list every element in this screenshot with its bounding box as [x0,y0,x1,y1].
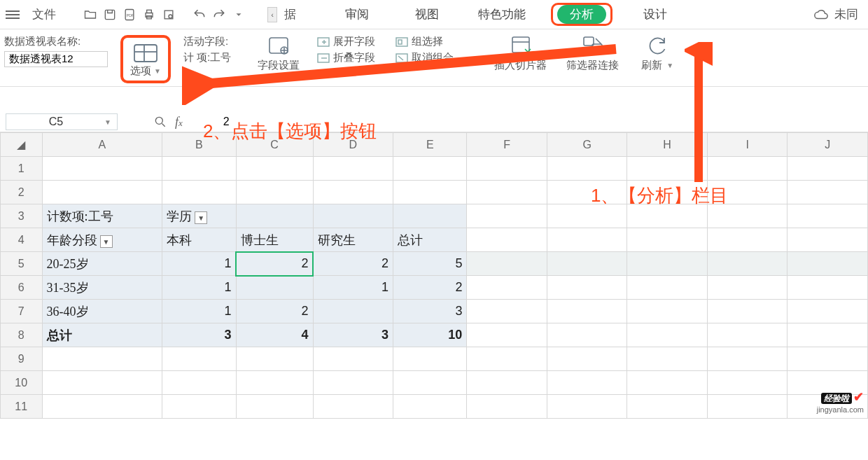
col-header[interactable]: F [467,133,547,157]
row-header[interactable]: 9 [1,347,43,371]
pivot-row-label[interactable]: 31-35岁 [42,276,162,300]
redo-icon[interactable] [211,7,227,22]
pivot-value[interactable] [236,276,313,300]
col-header[interactable]: J [788,133,868,157]
row-header[interactable]: 8 [1,323,43,347]
pivot-col-label[interactable]: 本科 [162,228,236,252]
pivot-value[interactable]: 2 [393,276,467,300]
filter-dropdown-icon[interactable]: ▼ [195,211,207,224]
row-header[interactable]: 7 [1,300,43,323]
name-box-value: C5 [12,116,100,128]
col-header[interactable]: H [627,133,708,157]
pivot-value[interactable]: 2 [236,300,313,323]
chevron-down-icon[interactable]: ▼ [104,118,111,126]
pivot-value[interactable]: 1 [162,276,236,300]
col-header[interactable]: C [236,133,313,157]
row-header[interactable]: 1 [1,157,43,181]
pivot-name-label: 数据透视表名称: [4,35,80,48]
pivot-col-label[interactable]: 总计 [393,228,467,252]
undo-icon[interactable] [192,7,207,22]
filter-dropdown-icon[interactable]: ▼ [100,235,113,248]
print-icon[interactable] [141,7,157,22]
save-icon[interactable] [102,7,118,22]
pivot-value[interactable]: 5 [393,252,467,276]
pivot-field-label[interactable]: 计数项:工号 [42,204,162,228]
expand-field-button[interactable]: 展开字段 [316,35,375,48]
pivot-col-field[interactable]: 学历▼ [162,204,236,228]
row-header[interactable]: 11 [1,395,43,419]
menu-icon[interactable] [6,11,20,19]
tab-view[interactable]: 视图 [407,4,447,25]
row-header[interactable]: 4 [1,228,43,252]
dropdown-icon[interactable] [231,7,246,22]
formula-bar: C5 ▼ fx [0,111,868,132]
pivot-value[interactable]: 2 [313,252,393,276]
col-header[interactable]: I [707,133,788,157]
col-header[interactable]: A [42,133,162,157]
watermark-brand: 经验啦 [821,393,852,404]
group-group: 组选择 取消组合 [395,35,454,64]
options-icon[interactable] [132,42,160,64]
check-icon: ✔ [853,390,864,404]
pivot-total-label[interactable]: 总计 [42,323,162,347]
sync-status: 未同 [830,4,862,25]
group-select-button[interactable]: 组选择 [395,35,443,48]
pivot-row-label[interactable]: 20-25岁 [42,252,162,276]
pivot-value[interactable]: 3 [393,300,467,323]
open-icon[interactable] [83,7,98,22]
pivot-row-field[interactable]: 年龄分段▼ [42,228,162,252]
pivot-value[interactable]: 1 [313,276,393,300]
column-header-row: ◢ A B C D E F G H I J [1,133,868,157]
row-header[interactable]: 5 [1,252,43,276]
pivot-col-label[interactable]: 博士生 [236,228,313,252]
pivot-row-label[interactable]: 36-40岁 [42,300,162,323]
collapse-ribbon-icon[interactable]: ‹ [267,7,277,22]
collapse-field-button[interactable]: 折叠字段 [316,51,375,64]
insert-slicer-button[interactable]: 插入切片器 [494,35,547,72]
ribbon: 数据透视表名称: 选项 ▼ 活动字段: 计 项:工号 字段设置 展开字段 折叠字… [0,29,868,87]
slicer-icon [510,35,532,56]
fx-icon[interactable]: fx [175,115,183,130]
ungroup-button[interactable]: 取消组合 [395,51,454,64]
row-header[interactable]: 3 [1,204,43,228]
tab-analysis-highlight: 分析 [551,3,612,26]
svg-rect-17 [396,54,407,62]
options-button[interactable]: 选项 ▼ [130,64,161,78]
pivot-total[interactable]: 3 [313,323,393,347]
pivot-value[interactable]: 1 [162,300,236,323]
pivot-col-label[interactable]: 研究生 [313,228,393,252]
tab-design[interactable]: 设计 [635,4,676,25]
pivot-value[interactable] [313,300,393,323]
row-header[interactable]: 6 [1,276,43,300]
tab-review[interactable]: 审阅 [337,4,377,25]
formula-input[interactable] [218,114,862,130]
tab-data-suffix[interactable]: 据 [280,4,300,25]
pivot-total[interactable]: 10 [393,323,467,347]
col-header[interactable]: B [162,133,236,157]
refresh-button[interactable]: 刷新▼ [641,35,673,72]
print-preview-icon[interactable] [161,7,176,22]
filter-connections-button[interactable]: 筛选器连接 [566,35,619,72]
pivot-total[interactable]: 3 [162,323,236,347]
pivot-total[interactable]: 4 [236,323,313,347]
spreadsheet-grid[interactable]: ◢ A B C D E F G H I J 1 2 3 计数项:工号 学历▼ 4… [0,132,868,419]
col-header[interactable]: E [393,133,467,157]
pdf-icon[interactable]: PDF [122,7,137,22]
select-all-corner[interactable]: ◢ [1,133,43,157]
pivot-value[interactable]: 1 [162,252,236,276]
cloud-icon[interactable] [813,7,829,22]
tab-analysis[interactable]: 分析 [557,5,606,24]
name-box[interactable]: C5 ▼ [6,113,118,130]
row-header[interactable]: 10 [1,371,43,395]
col-header[interactable]: G [547,133,627,157]
tab-special[interactable]: 特色功能 [470,4,534,25]
file-tab[interactable]: 文件 [28,4,60,25]
svg-rect-8 [134,45,157,62]
col-header[interactable]: D [313,133,393,157]
active-cell[interactable]: 2 [236,252,313,276]
field-settings-group[interactable]: 字段设置 [258,35,300,72]
row-header[interactable]: 2 [1,181,43,204]
zoom-icon[interactable] [153,114,168,130]
pivot-name-input[interactable] [4,51,108,67]
ungroup-icon [395,52,409,64]
